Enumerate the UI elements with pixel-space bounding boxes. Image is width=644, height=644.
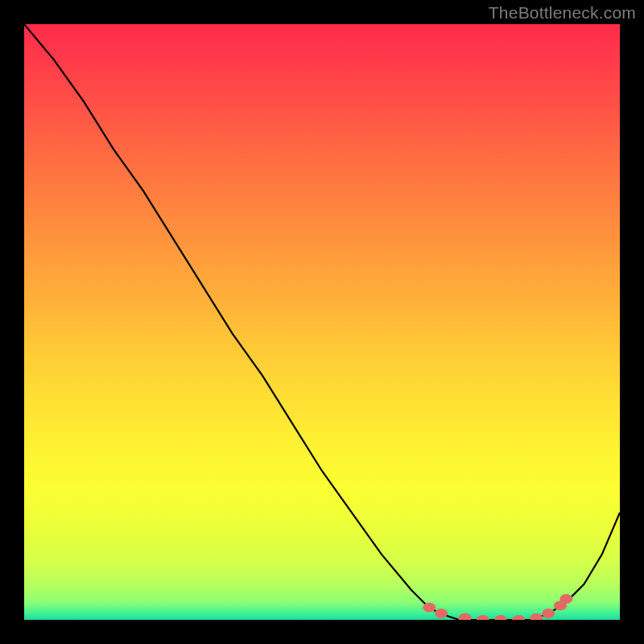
highlight-dot xyxy=(542,609,555,618)
plot-area xyxy=(24,24,620,620)
highlight-dot xyxy=(494,615,507,620)
curve-path xyxy=(24,24,620,620)
highlight-dots-group xyxy=(423,594,572,620)
watermark-text: TheBottleneck.com xyxy=(489,3,636,23)
highlight-dot xyxy=(435,609,448,618)
bottleneck-curve-line xyxy=(24,24,620,620)
highlight-dot xyxy=(477,615,489,620)
chart-frame: TheBottleneck.com xyxy=(0,0,644,644)
chart-svg xyxy=(24,24,620,620)
highlight-dot xyxy=(459,613,472,620)
highlight-dot xyxy=(530,613,543,620)
highlight-dot xyxy=(423,603,436,613)
highlight-dot xyxy=(512,615,525,620)
highlight-dot xyxy=(559,594,572,604)
